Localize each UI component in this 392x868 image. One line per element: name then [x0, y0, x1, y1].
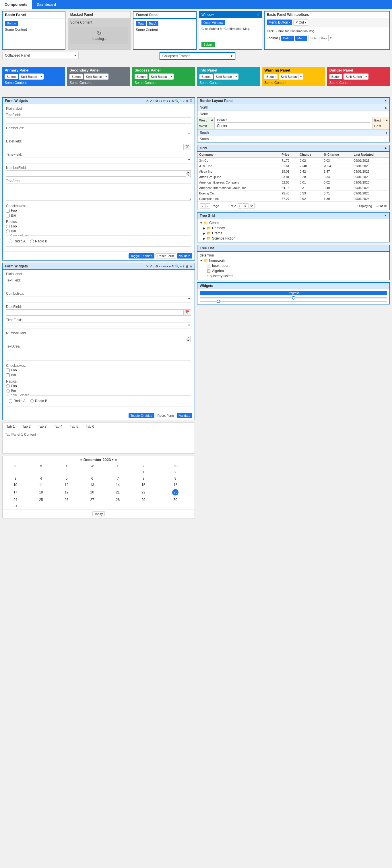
- success-split-arrow[interactable]: ▾: [169, 73, 174, 80]
- grid-refresh-btn[interactable]: ↻: [249, 203, 255, 209]
- reset-form-btn-1[interactable]: Reset Form: [156, 253, 176, 258]
- warning-split-arrow[interactable]: ▾: [299, 73, 303, 80]
- cal-day-8[interactable]: 8: [131, 475, 156, 482]
- split-btn-arrow[interactable]: ▾: [329, 35, 333, 41]
- grid-prev-btn[interactable]: ‹: [205, 204, 210, 209]
- cal-day-10[interactable]: 10: [3, 482, 28, 488]
- cal-month-title[interactable]: December 2023: [84, 458, 111, 462]
- cal-day-6[interactable]: 6: [79, 475, 105, 482]
- tool-right[interactable]: ›: [161, 99, 162, 103]
- tool-help[interactable]: ?: [183, 99, 185, 103]
- datefield-calendar-icon[interactable]: 📅: [184, 144, 191, 150]
- border-west-collapse[interactable]: ◂: [211, 118, 213, 122]
- window-close-icon[interactable]: ✕: [257, 13, 259, 17]
- timefield-input[interactable]: [6, 157, 191, 163]
- info-split-arrow[interactable]: ▾: [234, 73, 238, 80]
- tab-5[interactable]: Tab 5: [66, 423, 82, 430]
- numberfield-input[interactable]: [6, 170, 191, 177]
- tree-comedy[interactable]: ▶ 📂 Comedy: [197, 225, 389, 230]
- numberfield-input-2[interactable]: [6, 336, 191, 342]
- border-north-collapse[interactable]: ▲: [384, 106, 387, 109]
- datefield-input[interactable]: [6, 144, 184, 150]
- framed-testa-button[interactable]: TestA: [146, 21, 159, 26]
- window-submit-button[interactable]: Submit: [201, 42, 215, 47]
- fieldset-radio-a-input-2[interactable]: [9, 399, 12, 403]
- timefield-input-2[interactable]: [6, 322, 191, 329]
- tool-left[interactable]: ‹: [159, 99, 160, 103]
- tab-3[interactable]: Tab 3: [34, 423, 50, 430]
- cal-day-25[interactable]: 25: [28, 497, 54, 503]
- cal-day-31[interactable]: 31: [3, 503, 28, 509]
- cal-day-19[interactable]: 19: [54, 488, 79, 497]
- tool-refresh[interactable]: ↻: [172, 99, 174, 103]
- tree-drama[interactable]: ▶ 📂 Drama: [197, 230, 389, 236]
- tool2-back[interactable]: ◂: [166, 265, 168, 268]
- cal-day-12[interactable]: 12: [54, 482, 79, 488]
- tree-expand-homework[interactable]: ▼: [200, 259, 203, 262]
- tree-scifi[interactable]: ▶ 📂 Science Fiction: [197, 236, 389, 241]
- slider-2-thumb[interactable]: [217, 300, 220, 303]
- cal-day-28[interactable]: 28: [105, 497, 131, 503]
- tool-up[interactable]: ↑: [153, 99, 155, 103]
- timefield-arrow-2[interactable]: ▾: [188, 323, 190, 327]
- cal-day-18[interactable]: 18: [28, 488, 54, 497]
- combobox-arrow-2[interactable]: ▾: [188, 297, 190, 301]
- tree-list-homework[interactable]: ▼ 📁 homework: [197, 258, 389, 263]
- validate-btn-2[interactable]: Validate: [177, 413, 192, 418]
- grid-last-btn[interactable]: »: [243, 204, 248, 209]
- slider-1-thumb[interactable]: [292, 296, 295, 300]
- cal-day-30[interactable]: 30: [156, 497, 195, 503]
- info-split-main[interactable]: Split Button: [214, 73, 234, 80]
- cut-button[interactable]: ✕ Cut ▾: [293, 19, 308, 26]
- collapsed-framed-header[interactable]: Collapsed Framed ... ▾: [160, 52, 235, 60]
- fieldset-radio-a-input[interactable]: [9, 240, 12, 243]
- col-price[interactable]: Price: [280, 152, 298, 158]
- tool2-search[interactable]: 🔍: [175, 265, 179, 268]
- cal-day-2[interactable]: 2: [156, 469, 195, 475]
- border-south-collapse[interactable]: ▾: [386, 131, 387, 134]
- textfield-input-2[interactable]: [6, 283, 191, 289]
- border-east-expand[interactable]: ▸: [386, 118, 388, 122]
- tab-2[interactable]: Tab 2: [19, 423, 34, 430]
- tree-expand-genre[interactable]: ▼: [200, 221, 203, 225]
- success-btn[interactable]: Button: [135, 74, 148, 79]
- open-window-button[interactable]: Open Window: [201, 20, 225, 25]
- radio-foo-input-2[interactable]: [6, 384, 10, 388]
- danger-split-arrow[interactable]: ▾: [364, 73, 368, 80]
- grid-next-btn[interactable]: ›: [238, 204, 242, 209]
- cal-day-24[interactable]: 24: [3, 497, 28, 503]
- cal-day-23[interactable]: 23: [156, 488, 195, 497]
- tool2-close[interactable]: ✕: [146, 265, 149, 268]
- cal-next-next-btn[interactable]: »: [115, 457, 117, 462]
- validate-btn-1[interactable]: Validate: [177, 253, 192, 258]
- collapsed-panel-header[interactable]: Collapsed Panel ▾: [3, 52, 78, 59]
- radio-bar-input-2[interactable]: [6, 389, 10, 393]
- secondary-split-arrow[interactable]: ▾: [104, 73, 108, 80]
- cal-day-null2[interactable]: [28, 469, 54, 475]
- cal-day-17[interactable]: 17: [3, 488, 28, 497]
- checkbox-bar-input-2[interactable]: [6, 373, 10, 377]
- tool-zoom-out[interactable]: −: [180, 99, 182, 103]
- tool-print[interactable]: 🖨: [185, 99, 189, 103]
- primary-split-arrow[interactable]: ▾: [39, 73, 44, 80]
- tool-forward[interactable]: ▸: [169, 99, 171, 103]
- number-up-btn-2[interactable]: ▲: [186, 336, 191, 339]
- tool-settings[interactable]: ⚙: [155, 99, 158, 103]
- tool2-up[interactable]: ↑: [153, 265, 155, 268]
- cal-day-null3[interactable]: [54, 469, 79, 475]
- cal-day-22[interactable]: 22: [131, 488, 156, 497]
- fieldset-radio-b-input-2[interactable]: [30, 399, 34, 403]
- secondary-split-main[interactable]: Split Button: [84, 73, 104, 80]
- primary-btn[interactable]: Button: [5, 74, 18, 79]
- cal-day-null1[interactable]: [3, 469, 28, 475]
- reset-form-btn-2[interactable]: Reset Form: [156, 413, 176, 418]
- cal-day-26[interactable]: 26: [54, 497, 79, 503]
- collapsed-framed-arrow[interactable]: ▾: [231, 54, 232, 58]
- tool2-right[interactable]: ›: [161, 265, 162, 268]
- cal-day-20[interactable]: 20: [79, 488, 105, 497]
- collapsed-panel-arrow[interactable]: ▾: [74, 54, 76, 57]
- tab-components[interactable]: Components: [0, 0, 32, 9]
- framed-test-button[interactable]: Test: [136, 21, 145, 26]
- tree-expand-scifi[interactable]: ▶: [203, 237, 205, 240]
- tool-close[interactable]: ✕: [146, 99, 149, 103]
